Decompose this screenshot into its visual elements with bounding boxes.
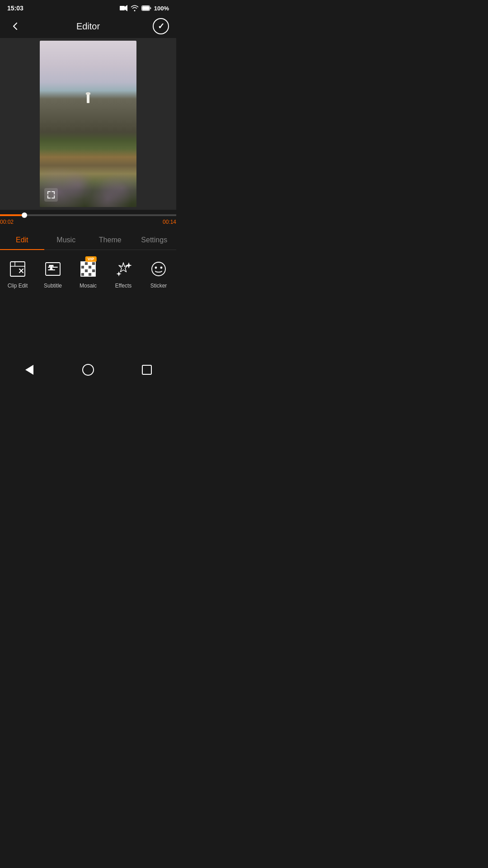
svg-text:T: T: [49, 264, 53, 270]
svg-rect-9: [88, 262, 92, 265]
battery-percentage: 100%: [154, 5, 169, 12]
tab-theme[interactable]: Theme: [88, 231, 132, 250]
svg-rect-0: [120, 6, 125, 10]
tool-effects-label: Effects: [115, 283, 131, 289]
svg-rect-21: [88, 273, 92, 276]
subtitle-icon: T: [41, 257, 65, 281]
total-time: 00:14: [163, 219, 176, 225]
status-bar: 15:03 100%: [0, 0, 176, 14]
tools-row: Clip Edit T Subtitle VIP: [0, 250, 176, 292]
tool-subtitle-label: Subtitle: [44, 283, 62, 289]
current-time: 00:02: [0, 219, 14, 225]
svg-marker-1: [125, 5, 127, 11]
battery-icon: [141, 5, 151, 11]
svg-rect-22: [92, 273, 95, 276]
tool-clip-edit[interactable]: Clip Edit: [0, 257, 35, 289]
time-labels: 00:02 00:14: [0, 216, 176, 225]
tool-sticker[interactable]: Sticker: [141, 257, 176, 289]
progress-thumb: [22, 212, 27, 218]
svg-rect-19: [81, 273, 84, 276]
nav-recent-button[interactable]: [138, 361, 156, 379]
svg-point-24: [155, 267, 157, 269]
timeline: 00:02 00:14: [0, 210, 176, 227]
scene-background: [40, 41, 136, 207]
svg-rect-20: [84, 273, 88, 276]
progress-bar[interactable]: [0, 214, 176, 216]
svg-rect-11: [81, 265, 84, 269]
page-title: Editor: [76, 21, 100, 32]
tool-subtitle[interactable]: T Subtitle: [35, 257, 70, 289]
tab-music[interactable]: Music: [44, 231, 89, 250]
svg-point-23: [152, 262, 165, 276]
tool-mosaic-label: Mosaic: [80, 283, 97, 289]
tool-sticker-label: Sticker: [150, 283, 167, 289]
lighthouse: [87, 94, 89, 103]
expand-button[interactable]: [44, 188, 58, 202]
tool-mosaic[interactable]: VIP Mosaic: [70, 257, 106, 289]
svg-rect-7: [81, 262, 84, 265]
svg-rect-8: [84, 262, 88, 265]
svg-rect-13: [88, 265, 92, 269]
nav-home-button[interactable]: [79, 361, 97, 379]
status-time: 15:03: [7, 5, 23, 12]
tab-bar: Edit Music Theme Settings: [0, 231, 176, 250]
nav-bar: [0, 358, 176, 382]
status-icons: 100%: [120, 5, 169, 12]
tab-edit[interactable]: Edit: [0, 231, 44, 250]
wifi-icon: [131, 5, 139, 11]
header: Editor: [0, 14, 176, 38]
nav-back-button[interactable]: [20, 361, 38, 379]
tab-settings[interactable]: Settings: [132, 231, 177, 250]
svg-rect-16: [84, 269, 88, 273]
clip-edit-icon: [6, 257, 29, 281]
confirm-button[interactable]: [153, 18, 169, 34]
progress-fill: [0, 214, 25, 216]
recording-icon: [120, 5, 128, 11]
vip-badge: VIP: [85, 256, 97, 262]
svg-rect-14: [92, 265, 95, 269]
tool-effects[interactable]: Effects: [106, 257, 141, 289]
tool-clip-edit-label: Clip Edit: [8, 283, 28, 289]
effects-icon: [112, 257, 135, 281]
svg-rect-17: [88, 269, 92, 273]
svg-rect-18: [92, 269, 95, 273]
svg-rect-12: [84, 265, 88, 269]
video-preview: [40, 41, 136, 207]
svg-rect-3: [142, 6, 149, 10]
sticker-icon: [147, 257, 170, 281]
video-preview-container: [0, 38, 176, 210]
svg-rect-15: [81, 269, 84, 273]
svg-point-25: [161, 267, 162, 269]
back-button[interactable]: [7, 18, 23, 34]
svg-rect-10: [92, 262, 95, 265]
